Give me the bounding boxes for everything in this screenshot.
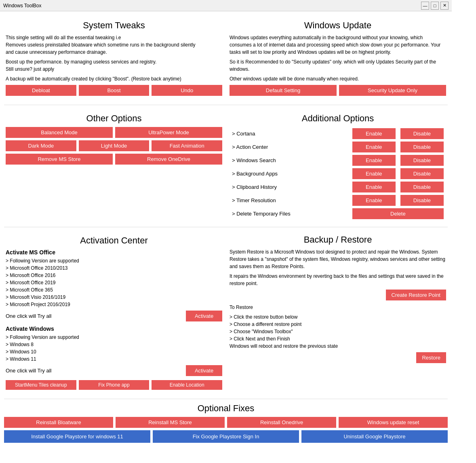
fix-phone-button[interactable]: Fix Phone app [79,380,150,390]
windows-one-click-label: One click will Try all [6,368,51,374]
undo-button[interactable]: Undo [152,85,222,96]
create-restore-point-button[interactable]: Create Restore Point [386,290,446,300]
activation-center-panel: Activation Center Activate MS Office > F… [4,230,224,395]
disable-button[interactable]: Disable [400,182,444,192]
disable-button[interactable]: Disable [400,128,444,139]
additional-item-label: > Cortana [230,127,350,140]
enable-btn-cell: Enable [350,127,398,140]
disable-btn-cell: Disable [398,194,446,207]
light-mode-button[interactable]: Light Mode [79,140,150,151]
windows-update-desc1: Windows updates everything automatically… [230,34,446,56]
disable-button[interactable]: Disable [400,155,444,166]
remove-ms-store-button[interactable]: Remove MS Store [6,154,113,165]
maximize-button[interactable]: □ [431,2,439,10]
optional-red-button[interactable]: Windows update reset [339,417,448,428]
windows-update-desc2: So it is Recommended to do "Security upd… [230,58,446,73]
disable-btn-cell: Disable [398,140,446,154]
remove-onedrive-button[interactable]: Remove OneDrive [115,154,222,165]
optional-blue-button[interactable]: Install Google Playstore for windows 11 [4,430,150,443]
default-setting-button[interactable]: Default Setting [230,85,337,96]
enable-button[interactable]: Enable [352,128,396,139]
optional-blue-button[interactable]: Uninstall Google Playstore [301,430,448,443]
disable-btn-cell: Disable [398,127,446,140]
activate-windows-subtitle: Activate Windows [6,326,222,332]
ultrapower-mode-button[interactable]: UltraPower Mode [115,127,222,138]
enable-button[interactable]: Enable [352,182,396,192]
ms-office-one-click-label: One click will Try all [6,313,51,319]
additional-item-label: > Background Apps [230,167,350,180]
system-tweaks-desc2: Boost up the performance. by managing us… [6,58,222,73]
activate-ms-office-button[interactable]: Activate [186,311,222,321]
close-button[interactable]: ✕ [440,2,449,10]
additional-item-label: > Timer Resolution [230,194,350,207]
enable-btn-cell: Enable [350,154,398,167]
disable-button[interactable]: Disable [400,142,444,152]
activate-windows-desc: > Following Version are supported > Wind… [6,334,222,363]
title-bar: Windows ToolBox — □ ✕ [0,0,452,11]
additional-options-panel: Additional Options > Cortana Enable Disa… [228,108,448,224]
other-options-panel: Other Options Balanced Mode UltraPower M… [4,108,224,224]
system-tweaks-panel: System Tweaks This single setting will d… [4,15,224,101]
startmenu-tiles-button[interactable]: StartMenu Tiles cleanup [6,380,76,390]
balanced-mode-button[interactable]: Balanced Mode [6,127,113,138]
security-update-button[interactable]: Security Update Only [339,85,446,96]
activate-ms-office-subtitle: Activate MS Office [6,249,222,256]
optional-blue-button[interactable]: Fix Google Playstore Sign In [153,430,299,443]
delete-btn-cell: Delete [350,207,446,220]
enable-btn-cell: Enable [350,194,398,207]
activate-windows-section: Activate Windows > Following Version are… [6,326,222,376]
activate-ms-office-desc: > Following Version are supported > Micr… [6,257,222,308]
restore-title: To Restore [230,304,446,311]
activate-ms-office-section: Activate MS Office > Following Version a… [6,249,222,321]
window-controls: — □ ✕ [421,2,449,10]
enable-button[interactable]: Enable [352,168,396,179]
optional-fixes-title: Optional Fixes [4,403,448,414]
enable-button[interactable]: Enable [352,195,396,206]
additional-item-label: > Windows Search [230,154,350,167]
additional-item-label: > Clipboard History [230,180,350,194]
system-tweaks-desc1: This single setting will do all the esse… [6,34,222,56]
enable-btn-cell: Enable [350,140,398,154]
optional-red-button[interactable]: Reinstall MS Store [116,417,225,428]
system-tweaks-desc3: A backup will be automatically created b… [6,75,222,82]
windows-update-desc3: Other windows update will be done manual… [230,75,446,82]
enable-location-button[interactable]: Enable Location [152,380,222,390]
app-title: Windows ToolBox [3,3,42,8]
backup-restore-panel: Backup / Restore System Restore is a Mic… [228,230,448,395]
enable-btn-cell: Enable [350,180,398,194]
activation-center-title: Activation Center [6,235,222,246]
enable-btn-cell: Enable [350,167,398,180]
windows-update-title: Windows Update [230,20,446,31]
disable-button[interactable]: Disable [400,168,444,179]
optional-red-button[interactable]: Reinstall Onedrive [227,417,336,428]
additional-item-label: > Delete Temporary Files [230,207,350,220]
boost-button[interactable]: Boost [79,85,150,96]
enable-button[interactable]: Enable [352,142,396,152]
dark-mode-button[interactable]: Dark Mode [6,140,76,151]
system-tweaks-title: System Tweaks [6,20,222,31]
disable-btn-cell: Disable [398,167,446,180]
additional-options-title: Additional Options [230,113,446,124]
activate-windows-button[interactable]: Activate [186,365,222,376]
restore-steps: > Click the restore button below > Choos… [230,313,446,350]
optional-red-button[interactable]: Reinstall Bloatware [4,417,113,428]
debloat-button[interactable]: Debloat [6,85,76,96]
fast-animation-button[interactable]: Fast Animation [152,140,222,151]
optional-fixes-section: Optional Fixes Reinstall BloatwareReinst… [4,403,448,443]
delete-button[interactable]: Delete [352,208,444,219]
backup-restore-title: Backup / Restore [230,235,446,245]
disable-btn-cell: Disable [398,154,446,167]
additional-item-label: > Action Center [230,140,350,154]
disable-btn-cell: Disable [398,180,446,194]
backup-restore-desc2: It repairs the Windows environment by re… [230,273,446,287]
minimize-button[interactable]: — [421,2,429,10]
disable-button[interactable]: Disable [400,195,444,206]
enable-button[interactable]: Enable [352,155,396,166]
backup-restore-desc1: System Restore is a Microsoft Windows to… [230,248,446,270]
other-options-title: Other Options [6,113,222,124]
restore-button[interactable]: Restore [416,352,446,363]
windows-update-panel: Windows Update Windows updates everythin… [228,15,448,101]
additional-options-table: > Cortana Enable Disable > Action Center… [230,127,446,220]
